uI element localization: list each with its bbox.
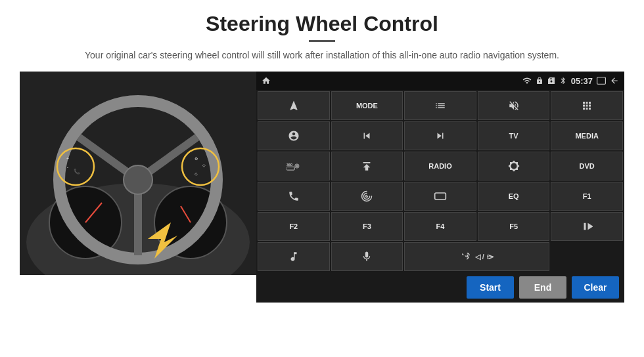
sim-icon — [547, 77, 555, 85]
status-time: 05:37 — [571, 76, 593, 86]
apps-btn[interactable] — [551, 91, 623, 120]
svg-text:+: + — [66, 156, 69, 161]
button-grid: MODE — [256, 90, 624, 272]
back-icon — [610, 76, 619, 85]
play-pause-btn[interactable] — [551, 212, 623, 241]
svg-text:◇: ◇ — [195, 172, 198, 176]
svg-point-24 — [296, 165, 297, 167]
next-btn[interactable] — [404, 121, 476, 150]
lock-icon — [536, 77, 543, 85]
list-btn[interactable] — [404, 91, 476, 120]
page-wrapper: Steering Wheel Control Your original car… — [0, 0, 644, 357]
empty-btn — [551, 242, 623, 271]
phone-btn[interactable] — [258, 182, 330, 211]
swirl-btn[interactable] — [331, 182, 403, 211]
f2-btn[interactable]: F2 — [258, 212, 330, 241]
content-row: + - 📞 ⚙ ◇ ◇ — [20, 72, 624, 303]
page-title: Steering Wheel Control — [206, 12, 438, 36]
f1-btn[interactable]: F1 — [551, 182, 623, 211]
svg-text:📞: 📞 — [74, 168, 80, 175]
dvd-btn[interactable]: DVD — [551, 152, 623, 180]
svg-rect-25 — [435, 193, 446, 200]
home-icon — [262, 76, 271, 85]
media-btn[interactable]: MEDIA — [551, 121, 623, 150]
nav-btn[interactable] — [258, 91, 330, 120]
svg-rect-22 — [287, 167, 294, 170]
end-button[interactable]: End — [519, 276, 566, 299]
vol-phone-btn[interactable]: ◁ / ⌲ — [404, 242, 549, 271]
brightness-btn[interactable] — [478, 152, 550, 180]
mute-btn[interactable] — [478, 91, 550, 120]
status-left — [262, 76, 271, 85]
mode-btn[interactable]: MODE — [331, 91, 403, 120]
svg-rect-20 — [597, 77, 606, 85]
steering-wheel-image: + - 📞 ⚙ ◇ ◇ — [20, 72, 256, 275]
svg-text:⚙: ⚙ — [195, 157, 198, 161]
svg-point-10 — [124, 165, 152, 194]
svg-text:360: 360 — [287, 163, 292, 167]
page-subtitle: Your original car's steering wheel contr… — [85, 49, 559, 62]
settings-btn[interactable] — [258, 121, 330, 150]
radio-btn[interactable]: RADIO — [404, 152, 476, 180]
eq-btn[interactable]: EQ — [478, 182, 550, 211]
tv-btn[interactable]: TV — [478, 121, 550, 150]
radio-panel: 05:37 MODE — [256, 72, 624, 303]
rect-btn[interactable] — [404, 182, 476, 211]
f4-btn[interactable]: F4 — [404, 212, 476, 241]
mic-btn[interactable] — [331, 242, 403, 271]
start-button[interactable]: Start — [467, 276, 514, 299]
svg-text:◇: ◇ — [202, 163, 206, 167]
clear-button[interactable]: Clear — [572, 276, 619, 299]
cam360-btn[interactable]: 360 — [258, 152, 330, 180]
screen-icon — [597, 77, 606, 85]
prev-btn[interactable] — [331, 121, 403, 150]
status-right: 05:37 — [522, 76, 619, 86]
eject-btn[interactable] — [331, 152, 403, 180]
wifi-icon — [522, 76, 532, 85]
status-bar: 05:37 — [256, 72, 624, 90]
f3-btn[interactable]: F3 — [331, 212, 403, 241]
title-divider — [309, 40, 335, 42]
bluetooth-icon — [559, 77, 567, 85]
music-btn[interactable] — [258, 242, 330, 271]
bottom-bar: Start End Clear — [256, 272, 624, 303]
f5-btn[interactable]: F5 — [478, 212, 550, 241]
